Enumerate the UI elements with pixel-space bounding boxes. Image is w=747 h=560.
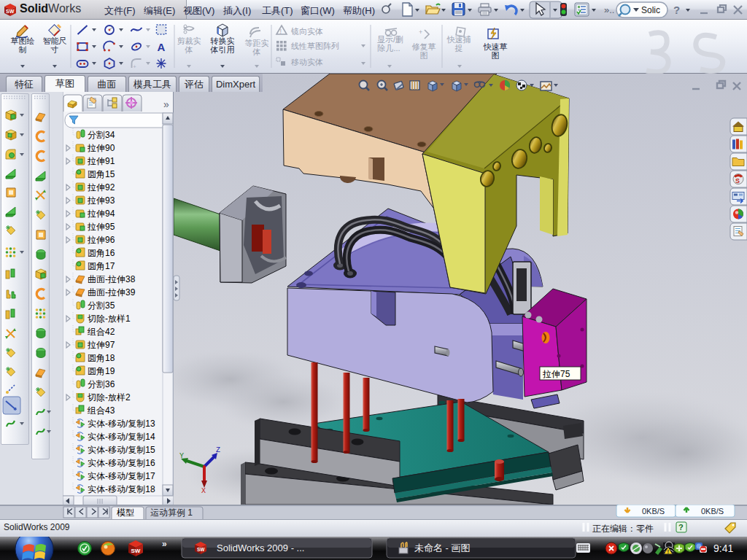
svg-text:草图绘: 草图绘 (11, 36, 35, 45)
svg-text:曲面-拉伸39: 曲面-拉伸39 (88, 287, 136, 298)
svg-text:9:41: 9:41 (713, 542, 733, 554)
svg-text:转换实: 转换实 (210, 36, 235, 45)
svg-text:线性草图阵列: 线性草图阵列 (291, 42, 339, 50)
svg-text:拉伸94: 拉伸94 (87, 209, 115, 219)
svg-text:未命名 - 画图: 未命名 - 画图 (414, 542, 471, 553)
svg-text:镜向实体: 镜向实体 (290, 27, 323, 36)
svg-text:圆角19: 圆角19 (88, 366, 115, 376)
svg-text:SolidWorks 2009 - ...: SolidWorks 2009 - ... (217, 542, 304, 553)
svg-text:拉伸95: 拉伸95 (87, 222, 115, 232)
svg-text:实体-移动/复制17: 实体-移动/复制17 (88, 471, 155, 481)
svg-text:拉伸97: 拉伸97 (87, 340, 115, 350)
svg-text:圆角18: 圆角18 (88, 353, 115, 363)
svg-text:实体-移动/复制18: 实体-移动/复制18 (88, 484, 155, 494)
svg-text:快速捕: 快速捕 (446, 35, 471, 44)
svg-text:剪裁实: 剪裁实 (177, 36, 201, 45)
svg-text:拉伸92: 拉伸92 (87, 182, 115, 192)
svg-text:拉伸75: 拉伸75 (542, 369, 570, 379)
svg-text:Solic: Solic (641, 5, 660, 15)
svg-text:智能尺: 智能尺 (43, 36, 67, 45)
svg-text:除几...: 除几... (377, 44, 400, 52)
svg-text:+: + (133, 64, 136, 69)
svg-text:曲面-拉伸38: 曲面-拉伸38 (88, 274, 136, 284)
svg-text:»..: ».. (604, 4, 614, 15)
svg-text:切除-放样2: 切除-放样2 (87, 392, 131, 402)
svg-text:运动算例 1: 运动算例 1 (150, 508, 193, 518)
svg-text:图: 图 (420, 51, 428, 60)
svg-text:体: 体 (185, 45, 193, 54)
svg-text:移动实体: 移动实体 (291, 58, 323, 66)
svg-text:A: A (158, 41, 166, 53)
svg-text:显示/删: 显示/删 (377, 35, 403, 44)
svg-text:分割36: 分割36 (88, 379, 115, 389)
svg-text:0KB/S: 0KB/S (701, 507, 724, 516)
svg-text:拉伸93: 拉伸93 (87, 195, 115, 206)
svg-text:模型: 模型 (117, 508, 134, 518)
svg-text:拉伸90: 拉伸90 (87, 143, 115, 153)
svg-text:Y: Y (179, 452, 184, 460)
svg-text:修复草: 修复草 (412, 42, 436, 51)
svg-text:制: 制 (19, 45, 27, 54)
svg-text:圆角15: 圆角15 (88, 169, 115, 179)
svg-text:组合42: 组合42 (87, 327, 115, 337)
svg-text:体引用: 体引用 (210, 45, 235, 54)
svg-text:圆角17: 圆角17 (88, 261, 115, 271)
svg-text:SW: SW (6, 9, 15, 14)
svg-text:?: ? (673, 4, 680, 16)
svg-text:组合43: 组合43 (87, 405, 115, 416)
svg-text:实体-移动/复制14: 实体-移动/复制14 (88, 432, 155, 442)
svg-text:!: ! (280, 28, 282, 35)
svg-text:SW: SW (131, 548, 141, 554)
svg-text:+: + (419, 28, 422, 36)
svg-text:SW: SW (197, 547, 205, 552)
svg-text:X: X (201, 487, 206, 495)
svg-text:体: 体 (252, 47, 261, 56)
svg-text:拉伸96: 拉伸96 (87, 235, 115, 245)
svg-text:拉伸91: 拉伸91 (87, 156, 115, 166)
svg-text:实体-移动/复制15: 实体-移动/复制15 (88, 445, 155, 455)
svg-text:等距实: 等距实 (245, 39, 269, 47)
svg-text:图: 图 (492, 51, 500, 60)
svg-text:切除-放样1: 切除-放样1 (87, 314, 131, 324)
svg-text:Z: Z (216, 446, 220, 454)
svg-text:实体-移动/复制16: 实体-移动/复制16 (88, 458, 155, 468)
svg-text:»: » (163, 98, 169, 110)
svg-text:分割35: 分割35 (88, 300, 115, 311)
svg-text:圆角16: 圆角16 (88, 248, 115, 258)
svg-text:快速草: 快速草 (483, 42, 508, 51)
svg-text:正在编辑：零件: 正在编辑：零件 (592, 524, 654, 534)
svg-text:!: ! (667, 548, 669, 555)
svg-text:实体-移动/复制13: 实体-移动/复制13 (88, 419, 155, 429)
svg-text:分割34: 分割34 (88, 130, 115, 140)
svg-text:S: S (735, 177, 740, 184)
svg-text:捉: 捉 (455, 44, 463, 52)
svg-text:0KB/S: 0KB/S (642, 507, 665, 516)
svg-text:寸: 寸 (50, 45, 59, 54)
svg-text:?: ? (678, 523, 684, 532)
svg-text:»: » (162, 539, 167, 549)
